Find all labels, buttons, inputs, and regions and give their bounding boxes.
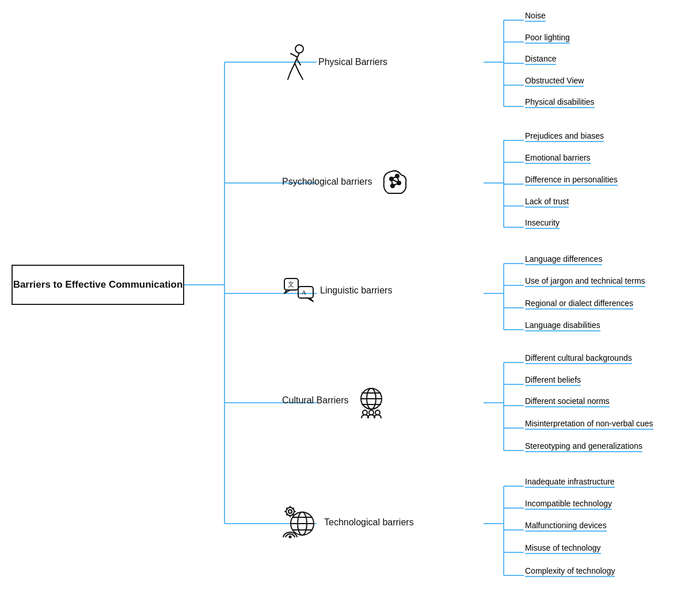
svg-point-69 <box>375 410 380 415</box>
svg-point-85 <box>290 536 291 538</box>
svg-point-41 <box>295 45 303 53</box>
leaf-label: Obstructed View <box>525 76 584 87</box>
psychological-label: Psychological barriers <box>282 177 372 187</box>
leaf-label: Distance <box>525 54 556 65</box>
branch-physical: Physical Barriers <box>282 43 387 81</box>
leaf-psych-4: Lack of trust <box>525 196 569 208</box>
brain-icon <box>377 165 412 199</box>
leaf-ling-1: Language differences <box>525 254 602 265</box>
leaf-label: Use of jargon and technical terms <box>525 276 645 287</box>
leaf-label: Physical disabilities <box>525 97 595 108</box>
svg-line-47 <box>288 73 290 79</box>
svg-line-83 <box>293 508 294 509</box>
leaf-cult-4: Misinterpretation of non-verbal cues <box>525 418 653 430</box>
leaf-physical-3: Distance <box>525 54 556 65</box>
svg-line-44 <box>297 59 300 65</box>
central-node-label: Barriers to Effective Communication <box>13 278 183 291</box>
svg-point-76 <box>288 510 292 513</box>
leaf-psych-5: Insecurity <box>525 217 560 229</box>
leaf-physical-5: Physical disabilities <box>525 97 595 108</box>
svg-point-67 <box>363 410 367 415</box>
leaf-psych-3: Difference in personalities <box>525 174 618 186</box>
leaf-tech-3: Malfunctioning devices <box>525 520 607 532</box>
svg-line-46 <box>295 63 299 73</box>
branch-technological: Technological barriers <box>282 503 414 541</box>
person-walking-icon <box>282 43 314 81</box>
diagram-container: Barriers to Effective Communication Phys… <box>0 0 700 603</box>
leaf-tech-2: Incompatible technology <box>525 498 612 510</box>
leaf-ling-2: Use of jargon and technical terms <box>525 276 645 287</box>
leaf-label: Different beliefs <box>525 375 581 386</box>
leaf-label: Complexity of technology <box>525 566 615 577</box>
branch-linguistic: 文 A Linguistic barriers <box>282 274 392 307</box>
leaf-label: Language disabilities <box>525 320 600 331</box>
leaf-tech-4: Misuse of technology <box>525 543 601 554</box>
leaf-tech-5: Complexity of technology <box>525 566 615 577</box>
branch-cultural: Cultural Barriers <box>282 383 389 418</box>
leaf-label: Incompatible technology <box>525 499 612 510</box>
leaf-label: Malfunctioning devices <box>525 521 607 532</box>
leaf-tech-1: Inadequate infrastructure <box>525 476 615 488</box>
leaf-label: Different cultural backgrounds <box>525 353 632 364</box>
leaf-label: Difference in personalities <box>525 175 618 186</box>
leaf-psych-2: Emotional barriers <box>525 152 591 164</box>
svg-line-81 <box>287 508 288 509</box>
leaf-ling-4: Language disabilities <box>525 320 600 331</box>
leaf-ling-3: Regional or dialect differences <box>525 298 633 310</box>
leaf-cult-2: Different beliefs <box>525 375 581 386</box>
leaf-label: Noise <box>525 11 546 22</box>
leaf-psych-1: Prejudices and biases <box>525 131 604 142</box>
leaf-cult-1: Different cultural backgrounds <box>525 353 632 364</box>
translate-icon: 文 A <box>282 274 315 307</box>
leaf-label: Emotional barriers <box>525 153 591 164</box>
leaf-cult-5: Stereotyping and generalizations <box>525 441 642 452</box>
svg-line-45 <box>290 63 295 73</box>
svg-point-68 <box>369 410 374 415</box>
central-node: Barriers to Effective Communication <box>12 265 184 305</box>
leaf-physical-1: Noise <box>525 10 546 22</box>
svg-line-84 <box>287 514 288 516</box>
leaf-label: Misuse of technology <box>525 543 601 554</box>
leaf-physical-2: Poor lighting <box>525 32 570 44</box>
leaf-label: Lack of trust <box>525 197 569 208</box>
svg-line-82 <box>293 514 294 516</box>
linguistic-label: Linguistic barriers <box>320 285 392 296</box>
leaf-label: Insecurity <box>525 218 560 229</box>
leaf-label: Regional or dialect differences <box>525 299 633 310</box>
technological-label: Technological barriers <box>324 517 414 528</box>
leaf-label: Poor lighting <box>525 33 570 44</box>
globe-people-icon <box>353 383 389 418</box>
svg-text:A: A <box>302 289 306 296</box>
physical-label: Physical Barriers <box>318 57 387 67</box>
tech-globe-icon <box>282 503 319 541</box>
svg-text:文: 文 <box>288 281 294 288</box>
svg-line-48 <box>299 73 303 79</box>
leaf-label: Language differences <box>525 254 602 265</box>
branch-psychological: Psychological barriers <box>282 165 412 199</box>
leaf-label: Prejudices and biases <box>525 131 604 142</box>
leaf-label: Different societal norms <box>525 396 610 407</box>
leaf-cult-3: Different societal norms <box>525 396 610 407</box>
leaf-label: Inadequate infrastructure <box>525 477 615 488</box>
cultural-label: Cultural Barriers <box>282 395 349 406</box>
svg-line-43 <box>291 54 297 57</box>
leaf-label: Stereotyping and generalizations <box>525 441 642 452</box>
leaf-physical-4: Obstructed View <box>525 75 584 87</box>
leaf-label: Misinterpretation of non-verbal cues <box>525 419 653 430</box>
